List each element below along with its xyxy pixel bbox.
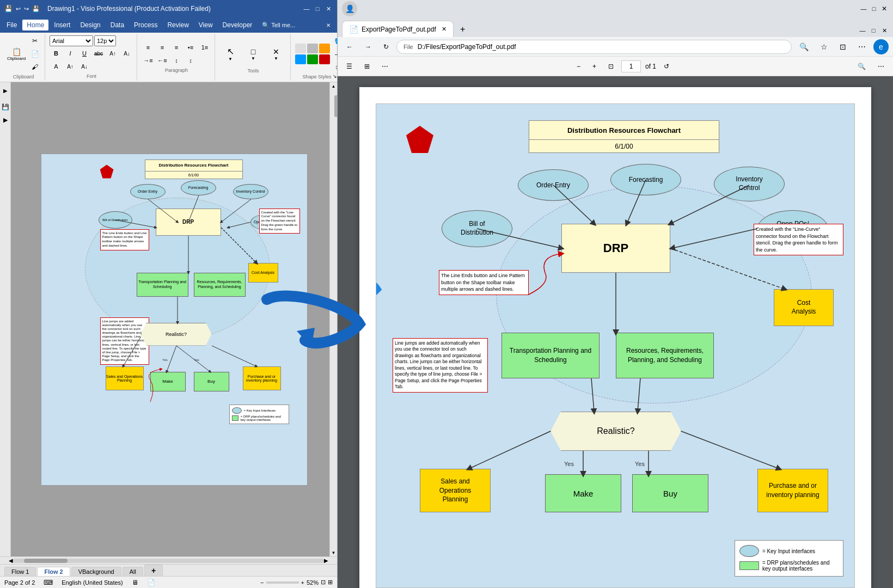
scroll-right-button[interactable]: ▶ — [324, 558, 328, 564]
scroll-thumb[interactable] — [24, 559, 68, 563]
font-size-select[interactable]: 12pt. — [94, 35, 116, 46]
underline-button[interactable]: U — [78, 47, 91, 59]
scroll-track[interactable] — [13, 559, 324, 563]
scroll-left-button[interactable]: ◀ — [9, 558, 13, 564]
pointer-tool-button[interactable]: ↖▼ — [219, 41, 241, 67]
browser-minimize-button[interactable]: — — [859, 4, 868, 13]
browser-min-btn[interactable]: — — [858, 26, 867, 35]
copy-button[interactable]: 📄 — [28, 48, 41, 60]
add-page-button[interactable]: + — [144, 565, 163, 576]
menu-developer[interactable]: Developer — [218, 20, 257, 30]
outdent-button[interactable]: ←≡ — [156, 54, 169, 66]
vertical-scrollbar[interactable]: ▲ ▼ — [329, 82, 337, 556]
increase-para-button[interactable]: ↕ — [184, 54, 197, 66]
menu-insert[interactable]: Insert — [50, 20, 75, 30]
scroll-up-button[interactable]: ▲ — [330, 82, 338, 90]
menu-home[interactable]: Home — [22, 20, 48, 30]
bookmark-button[interactable]: ☆ — [816, 41, 832, 53]
increase-indent-button[interactable]: A↑ — [64, 60, 77, 72]
shape-style-1[interactable] — [295, 44, 306, 53]
font-color-button[interactable]: A — [50, 60, 63, 72]
horizontal-scrollbar[interactable]: ◀ ▶ — [0, 556, 337, 564]
pdf-menu-button[interactable]: ☰ — [342, 61, 357, 72]
bold-button[interactable]: B — [50, 47, 63, 59]
edge-icon[interactable]: e — [873, 39, 889, 54]
reading-mode-button[interactable]: ⊡ — [835, 41, 851, 53]
nav-panel-button[interactable]: ▶ — [0, 114, 12, 126]
quick-access-redo[interactable]: ↪ — [24, 5, 29, 13]
pdf-rotate-button[interactable]: ↺ — [659, 61, 674, 72]
menu-data[interactable]: Data — [106, 20, 129, 30]
pdf-zoom-out-button[interactable]: − — [572, 61, 585, 72]
zoom-slider[interactable] — [266, 581, 299, 584]
format-painter-button[interactable]: 🖌 — [28, 61, 41, 73]
fit-page2-button[interactable]: ⊞ — [328, 579, 333, 586]
browser-more-button[interactable]: ⋯ — [854, 41, 870, 53]
pdf-zoom-in-button[interactable]: + — [588, 61, 601, 72]
panel-expand-button[interactable]: ▶ — [0, 84, 12, 96]
pdf-content-area[interactable]: Distribution Resources Flowchart 6/1/00 … — [338, 76, 893, 588]
pdf-fit-button[interactable]: ⊡ — [604, 61, 618, 72]
view-icon2[interactable]: 📄 — [147, 579, 155, 586]
view-icon1[interactable]: 🖥 — [132, 579, 138, 586]
indent-button[interactable]: →≡ — [142, 54, 155, 66]
decrease-indent-button[interactable]: A↓ — [78, 60, 91, 72]
shape-style-4[interactable] — [295, 54, 306, 64]
back-button[interactable]: ← — [342, 41, 357, 52]
decrease-para-button[interactable]: ↕ — [170, 54, 183, 66]
menu-review[interactable]: Review — [163, 20, 193, 30]
shape-style-5[interactable] — [307, 54, 318, 64]
pdf-thumbnail-button[interactable]: ⊞ — [360, 61, 374, 72]
tab-flow1[interactable]: Flow 1 — [4, 567, 36, 576]
zoom-out-button[interactable]: − — [260, 579, 264, 586]
shapestyles-expand[interactable]: ↘ — [333, 74, 337, 79]
numbered-list-button[interactable]: 1≡ — [198, 41, 211, 53]
shape-style-2[interactable] — [307, 44, 318, 53]
align-center-button[interactable]: ≡ — [156, 41, 169, 53]
visio-canvas[interactable]: Distribution Resources Flowchart 6/1/00 … — [11, 82, 337, 556]
quick-access-save[interactable]: 💾 — [32, 5, 40, 13]
shape-style-6[interactable] — [319, 54, 330, 64]
refresh-button[interactable]: ↻ — [379, 41, 393, 52]
maximize-button[interactable]: □ — [313, 4, 322, 13]
pdf-page-number-input[interactable] — [621, 60, 641, 72]
menu-design[interactable]: Design — [76, 20, 105, 30]
bullet-list-button[interactable]: •≡ — [184, 41, 197, 53]
save-panel-button[interactable]: 💾 — [0, 101, 12, 113]
menu-file[interactable]: File — [2, 20, 21, 30]
menu-close-ribbon[interactable]: ✕ — [322, 21, 335, 30]
pdf-tab-close[interactable]: ✕ — [442, 26, 447, 33]
pdf-search-button[interactable]: 🔍 — [853, 61, 870, 72]
tab-all[interactable]: All — [123, 567, 143, 576]
minimize-button[interactable]: — — [302, 4, 311, 13]
scroll-down-button[interactable]: ▼ — [330, 549, 338, 556]
align-right-button[interactable]: ≡ — [170, 41, 183, 53]
close-button[interactable]: ✕ — [324, 4, 333, 13]
increase-font-button[interactable]: A↑ — [106, 47, 119, 59]
menu-process[interactable]: Process — [130, 20, 162, 30]
paste-button[interactable]: 📋Clipboard — [5, 41, 27, 67]
browser-close-button[interactable]: ✕ — [880, 4, 889, 13]
pdf-more-tools[interactable]: ⋯ — [377, 61, 393, 72]
decrease-font-button[interactable]: A↓ — [120, 47, 133, 59]
italic-button[interactable]: I — [64, 47, 77, 59]
menu-view[interactable]: View — [194, 20, 217, 30]
font-name-select[interactable]: Arial — [50, 35, 93, 46]
pdf-tab[interactable]: 📄 ExportPageToPdf_out.pdf ✕ — [342, 21, 454, 37]
browser-max-btn[interactable]: □ — [869, 26, 878, 35]
zoom-in-button[interactable]: + — [301, 579, 304, 586]
strikethrough-button[interactable]: abc — [92, 47, 105, 59]
new-tab-button[interactable]: + — [455, 22, 471, 37]
url-box[interactable]: File D:/Files/ExportPageToPdf_out.pdf — [396, 40, 792, 54]
zoom-url-button[interactable]: 🔍 — [795, 41, 813, 53]
tab-vbackground[interactable]: VBackground — [71, 567, 121, 576]
menu-tell-me[interactable]: 🔍 Tell me... — [258, 20, 299, 30]
shape-tool-button[interactable]: □▼ — [242, 41, 264, 67]
shape-style-3[interactable] — [319, 44, 330, 53]
forward-button[interactable]: → — [360, 41, 376, 52]
pdf-more-button[interactable]: ⋯ — [873, 61, 889, 72]
tab-flow2[interactable]: Flow 2 — [37, 567, 70, 576]
browser-x-btn[interactable]: ✕ — [880, 26, 889, 35]
eraser-tool-button[interactable]: ✕▼ — [265, 41, 287, 67]
cut-button[interactable]: ✂ — [28, 35, 41, 47]
